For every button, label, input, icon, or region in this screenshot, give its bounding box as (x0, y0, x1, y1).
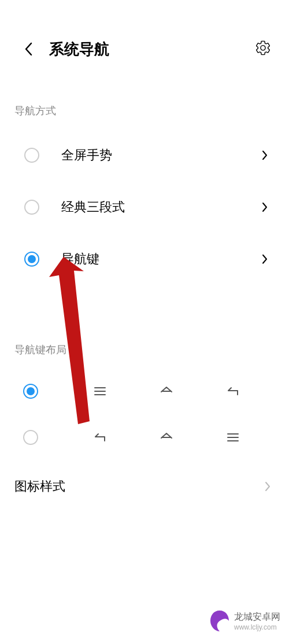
option-label: 经典三段式 (61, 199, 125, 216)
layout-option-1[interactable] (0, 368, 289, 414)
back-button[interactable] (17, 38, 40, 61)
icon-style-label: 图标样式 (14, 478, 65, 495)
watermark-title: 龙城安卓网 (234, 611, 280, 623)
page-title: 系统导航 (49, 39, 109, 59)
watermark-url: www.lcljy.com (234, 623, 280, 631)
radio-layout-2[interactable] (23, 430, 38, 445)
option-classic-three[interactable]: 经典三段式 (0, 181, 289, 233)
layout-preview-1 (67, 383, 266, 400)
home-icon (158, 429, 175, 446)
option-fullscreen-gesture[interactable]: 全屏手势 (0, 129, 289, 181)
chevron-right-icon (261, 480, 275, 493)
chevron-right-icon (258, 252, 272, 266)
back-nav-icon (91, 429, 109, 446)
option-nav-keys[interactable]: 导航键 (0, 233, 289, 285)
settings-button[interactable] (254, 39, 272, 57)
watermark: 龙城安卓网 www.lcljy.com (208, 609, 280, 632)
radio-layout-1[interactable] (23, 384, 38, 399)
menu-icon (91, 383, 109, 400)
home-icon (158, 383, 175, 400)
gear-icon (255, 40, 271, 56)
layout-option-2[interactable] (0, 414, 289, 460)
chevron-left-icon (23, 41, 35, 57)
section-label-nav-key-layout: 导航键布局 (0, 285, 289, 368)
icon-style-row[interactable]: 图标样式 (0, 460, 289, 512)
radio-classic-three[interactable] (24, 200, 39, 215)
chevron-right-icon (258, 200, 272, 214)
option-label: 全屏手势 (61, 147, 112, 164)
radio-fullscreen-gesture[interactable] (24, 148, 39, 163)
chevron-right-icon (258, 148, 272, 162)
option-label: 导航键 (61, 250, 99, 268)
radio-nav-keys[interactable] (24, 252, 39, 267)
section-label-nav-method: 导航方式 (0, 75, 289, 129)
watermark-logo-icon (208, 609, 231, 632)
svg-point-0 (224, 615, 227, 618)
back-nav-icon (224, 383, 242, 400)
menu-icon (224, 429, 242, 446)
layout-preview-2 (67, 429, 266, 446)
